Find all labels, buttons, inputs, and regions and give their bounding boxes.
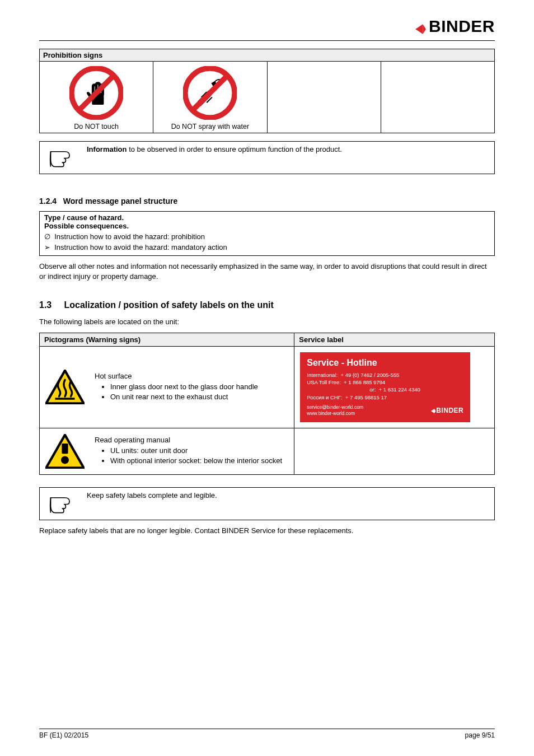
row1-b1: Inner glass door next to the glass door …	[110, 382, 258, 391]
sl3b: + 1 631 224 4340	[379, 386, 420, 393]
svg-rect-19	[62, 444, 68, 454]
pictogram-table: Pictograms (Warning signs) Service label	[39, 333, 495, 475]
row2-title: Read operating manual	[95, 436, 282, 444]
keep-labels-box: Keep safety labels complete and legible.	[39, 487, 495, 520]
row2-b1: UL units: outer unit door	[110, 446, 282, 455]
footer-right: page 9/51	[465, 731, 495, 739]
information-box: Information Information to be observed i…	[39, 141, 495, 174]
sec124-note: Observe all other notes and information …	[39, 262, 495, 281]
service-label: Service - Hotline International: + 49 (0…	[300, 352, 470, 422]
li2-text: Instruction how to avoid the hazard: man…	[54, 243, 227, 251]
col2-header: Service label	[294, 333, 495, 346]
replace-note: Replace safety labels that are no longer…	[39, 526, 495, 536]
svg-marker-1	[423, 24, 426, 34]
service-url: www.binder-world.com	[307, 410, 363, 417]
sec-13-heading: 1.3 Localization / position of safety la…	[39, 300, 495, 310]
hazard-box: Type / cause of hazard. Possible consequ…	[39, 211, 495, 256]
sec-num: 1.2.4	[39, 197, 57, 206]
service-brand-text: BINDER	[436, 407, 463, 414]
sec-title: Localization / position of safety labels…	[64, 300, 273, 310]
sec-title: Word message panel structure	[63, 197, 177, 206]
svg-marker-16	[431, 409, 434, 413]
logo-text: BINDER	[429, 17, 495, 35]
sec13-intro: The following labels are located on the …	[39, 317, 495, 327]
row2-b2: With optional interior socket: below the…	[110, 456, 282, 465]
prohibition-title: Prohibition signs	[40, 49, 495, 62]
sign-label: Do NOT touch	[42, 123, 151, 130]
sl2b: + 1 866 885 9794	[344, 379, 385, 385]
sec-124-heading: 1.2.4 Word message panel structure	[39, 197, 495, 206]
read-manual-icon	[45, 434, 85, 469]
hazard-consequences: Possible consequences.	[44, 222, 490, 230]
sl1a: International:	[307, 372, 338, 378]
sl3a: or:	[369, 386, 376, 393]
prohibition-table: Prohibition signs Do NOT touch	[39, 49, 495, 133]
hot-surface-icon	[45, 370, 85, 404]
information-text: Information Information to be observed i…	[82, 142, 495, 174]
sl1b: + 49 (0) 7462 / 2005-555	[340, 372, 399, 378]
logo-triangle-icon	[414, 23, 427, 37]
sl4a: Россия и СНГ:	[307, 394, 342, 400]
service-title: Service - Hotline	[307, 358, 463, 368]
page-footer: BF (E1) 02/2015 page 9/51	[39, 729, 495, 739]
svg-marker-0	[415, 24, 423, 34]
sl2a: USA Toll Free:	[307, 379, 341, 385]
sign-label: Do NOT spray with water	[156, 123, 264, 130]
hazard-mandatory: ➢ Instruction how to avoid the hazard: m…	[44, 243, 490, 251]
row1-title: Hot surface	[95, 372, 258, 380]
col1-header: Pictograms (Warning signs)	[40, 333, 294, 346]
header-logo: BINDER	[39, 17, 495, 37]
sl4b: + 7 495 98815 17	[345, 394, 387, 400]
do-not-touch-icon	[69, 66, 123, 120]
footer-left: BF (E1) 02/2015	[39, 731, 88, 739]
service-brand: BINDER	[430, 407, 463, 414]
information-word: Information	[87, 145, 127, 153]
do-not-spray-icon	[183, 66, 237, 120]
row1-b2: On unit rear next to the exhaust duct	[110, 393, 258, 401]
hazard-prohibition: ∅ Instruction how to avoid the hazard: p…	[44, 232, 490, 241]
svg-point-20	[61, 456, 69, 464]
header-divider	[39, 40, 495, 41]
hazard-title: Type / cause of hazard.	[44, 213, 490, 222]
hand-pointing-icon	[46, 491, 76, 515]
keep-labels-text: Keep safety labels complete and legible.	[82, 487, 495, 520]
service-email: service@binder-world.com	[307, 404, 363, 410]
hand-pointing-icon	[46, 145, 76, 169]
li1-text: Instruction how to avoid the hazard: pro…	[54, 232, 205, 241]
sec-num: 1.3	[39, 300, 51, 310]
